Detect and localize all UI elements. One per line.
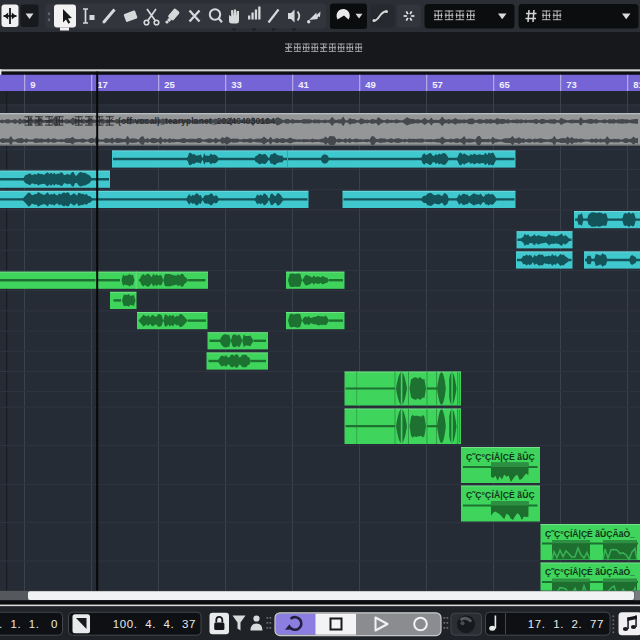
svg-text:9: 9 [30,79,35,90]
svg-text:100. 4. 4. 37: 100. 4. 4. 37 [113,618,196,630]
svg-text:17: 17 [97,79,108,90]
svg-text:-: - [68,116,71,126]
svg-text:65: 65 [499,79,510,90]
svg-text:81: 81 [633,79,640,90]
svg-text:57: 57 [432,79,443,90]
svg-text:17. 1. 2. 77: 17. 1. 2. 77 [528,618,604,630]
svg-text:49: 49 [365,79,376,90]
svg-text:Ç˜Ç°ÇÍÅ|ÇÈ ãÛÇÃäÒ_: Ç˜Ç°ÇÍÅ|ÇÈ ãÛÇÃäÒ_ [545,528,635,539]
svg-text:Ç˜Ç°ÇÍÅ|ÇÈ ãÛÇ: Ç˜Ç°ÇÍÅ|ÇÈ ãÛÇ [466,451,535,462]
svg-text:25: 25 [164,79,175,90]
svg-text:Ç˜Ç°ÇÍÅ|ÇÈ ãÛÇÃäÒ_: Ç˜Ç°ÇÍÅ|ÇÈ ãÛÇÃäÒ_ [545,566,635,577]
svg-text:Ç˜Ç°ÇÍÅ|ÇÈ ãÛÇ: Ç˜Ç°ÇÍÅ|ÇÈ ãÛÇ [466,489,535,500]
svg-text:1. 1. 1. 0: 1. 1. 1. 0 [0,618,58,630]
svg-text:73: 73 [566,79,577,90]
svg-text:(off vocal)_tearyplanet_202404: (off vocal)_tearyplanet_202404030104 [118,116,275,126]
svg-text:33: 33 [231,79,242,90]
svg-text:41: 41 [298,79,309,90]
